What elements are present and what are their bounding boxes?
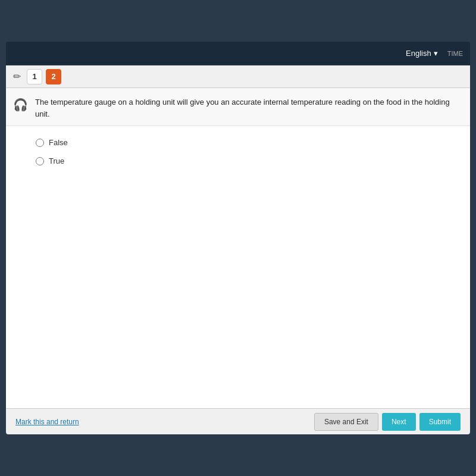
chevron-down-icon: ▾	[434, 49, 438, 58]
submit-button[interactable]: Submit	[419, 413, 461, 431]
question-text: The temperature gauge on a holding unit …	[35, 96, 461, 120]
language-label: English	[406, 49, 431, 58]
language-selector[interactable]: English ▾	[406, 49, 438, 58]
top-nav: English ▾ TIME	[6, 42, 470, 65]
question-badge-2[interactable]: 2	[46, 69, 61, 84]
headphone-icon: 🎧	[13, 98, 28, 112]
toolbar: ✏ 1 2	[6, 65, 470, 88]
screen-container: English ▾ TIME ✏ 1 2 🎧 The temperature g…	[6, 42, 470, 434]
pencil-icon: ✏	[13, 71, 21, 82]
mark-return-link[interactable]: Mark this and return	[15, 418, 79, 426]
option-false[interactable]: False	[36, 138, 440, 147]
option-false-label: False	[49, 138, 68, 147]
option-true-label: True	[49, 156, 64, 165]
bottom-buttons: Save and Exit Next Submit	[314, 413, 461, 431]
bottom-bar: Mark this and return Save and Exit Next …	[6, 408, 470, 434]
radio-true[interactable]	[36, 157, 44, 165]
save-exit-button[interactable]: Save and Exit	[314, 413, 378, 431]
question-badge-1[interactable]: 1	[27, 69, 42, 84]
answer-area: False True	[6, 126, 470, 408]
radio-false[interactable]	[36, 139, 44, 147]
question-header: 🎧 The temperature gauge on a holding uni…	[6, 88, 470, 126]
next-button[interactable]: Next	[382, 413, 416, 431]
option-true[interactable]: True	[36, 156, 440, 165]
time-label: TIME	[447, 50, 463, 57]
